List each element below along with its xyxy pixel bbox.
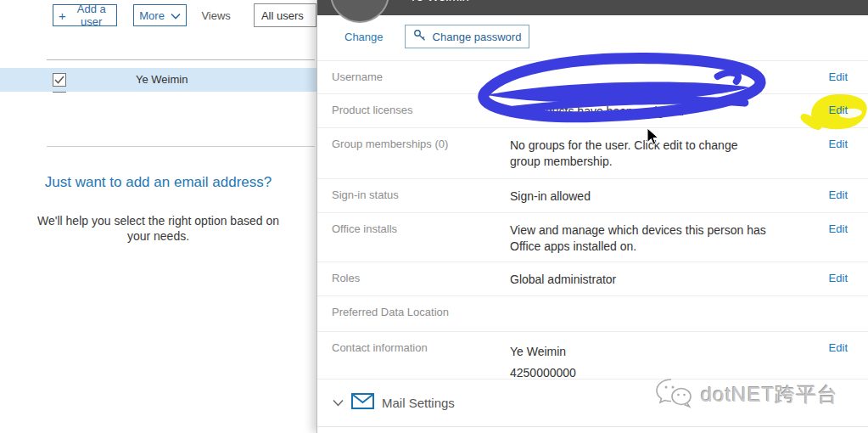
watermark: dotNET跨平台 [653, 376, 838, 413]
row-label: Office installs [317, 222, 510, 261]
add-email-address-link[interactable]: Just want to add an email address? [45, 174, 272, 191]
row-value: View and manage which devices this perso… [510, 222, 803, 261]
change-password-label: Change password [433, 31, 522, 43]
row-display-name[interactable]: Ye Weimin [136, 73, 188, 86]
chevron-down-icon [333, 395, 344, 410]
row-value: Sign-in allowed [510, 188, 803, 212]
user-detail-panel: Ye Weimin Change Change password Usernam… [316, 0, 868, 433]
table-header: Display name [0, 38, 315, 59]
edit-office-installs-link[interactable]: Edit [829, 222, 868, 261]
row-label: Product licenses [317, 104, 510, 127]
edit-contact-information-link[interactable]: Edit [829, 341, 868, 379]
email-prompt: Just want to add an email address? We'll… [0, 174, 316, 244]
row-value: Global administrator [510, 272, 803, 295]
edit-product-licenses-link[interactable]: Edit [829, 104, 868, 127]
change-password-button[interactable]: Change password [405, 25, 529, 48]
add-user-label: Add a user [72, 3, 111, 28]
edit-username-link[interactable]: Edit [829, 70, 868, 93]
row-value: Ye Weimin 4250000000 [510, 341, 803, 379]
change-photo-link[interactable]: Change [344, 31, 384, 43]
detail-row-username: Username Edit [317, 61, 868, 94]
edit-group-memberships-link[interactable]: Edit [829, 138, 868, 178]
more-label: More [139, 9, 165, 22]
mail-settings-label: Mail Settings [382, 396, 455, 410]
user-list-panel: + Add a user More Views All users Displa… [0, 0, 316, 433]
more-button[interactable]: More [133, 4, 188, 26]
detail-row-sign-in-status: Sign-in status Sign-in allowed Edit [317, 179, 868, 213]
row-label: Roles [317, 272, 510, 295]
edit-sign-in-status-link[interactable]: Edit [829, 188, 868, 212]
row-label: Contact information [317, 341, 510, 379]
row-value: No products have been assigned [510, 104, 803, 127]
row-label: Sign-in status [317, 188, 510, 212]
key-icon [413, 29, 427, 44]
row-label: Username [317, 70, 510, 93]
chevron-down-icon [171, 9, 181, 22]
detail-row-product-licenses: Product licenses No products have been a… [317, 94, 868, 128]
detail-row-office-installs: Office installs View and manage which de… [317, 213, 868, 262]
detail-row-contact-information: Contact information Ye Weimin 4250000000… [317, 332, 868, 380]
row-value [510, 70, 803, 93]
detail-actions: Change Change password [317, 15, 868, 60]
watermark-text: dotNET跨平台 [701, 381, 838, 408]
mail-icon [351, 393, 374, 413]
row-label: Group memberships (0) [317, 138, 510, 178]
views-filter-dropdown[interactable]: All users [254, 3, 316, 27]
detail-row-roles: Roles Global administrator Edit [317, 262, 868, 296]
row-value [510, 306, 803, 331]
views-label: Views [201, 9, 230, 22]
check-icon [54, 72, 64, 87]
add-user-button[interactable]: + Add a user [53, 4, 117, 26]
row-value: No groups for the user. Click edit to ch… [510, 138, 803, 178]
detail-panel-titlebar: Ye Weimin [317, 0, 868, 15]
wechat-logo-icon [653, 376, 696, 413]
edit-roles-link[interactable]: Edit [829, 272, 868, 295]
header-divider [47, 59, 315, 60]
detail-row-preferred-data-location: Preferred Data Location [317, 296, 868, 332]
views-filter-value: All users [261, 9, 304, 22]
row-checkbox[interactable] [53, 73, 66, 87]
plus-icon: + [59, 9, 66, 22]
detail-row-group-memberships: Group memberships (0) No groups for the … [317, 128, 868, 179]
row-label: Preferred Data Location [317, 306, 510, 331]
list-divider [47, 146, 315, 147]
user-list-toolbar: + Add a user More Views All users [0, 3, 316, 27]
detail-rows: Username Edit Product licenses No produc… [317, 60, 868, 380]
detail-panel-title: Ye Weimin [409, 0, 469, 3]
email-prompt-help-text: We'll help you select the right option b… [31, 213, 286, 244]
